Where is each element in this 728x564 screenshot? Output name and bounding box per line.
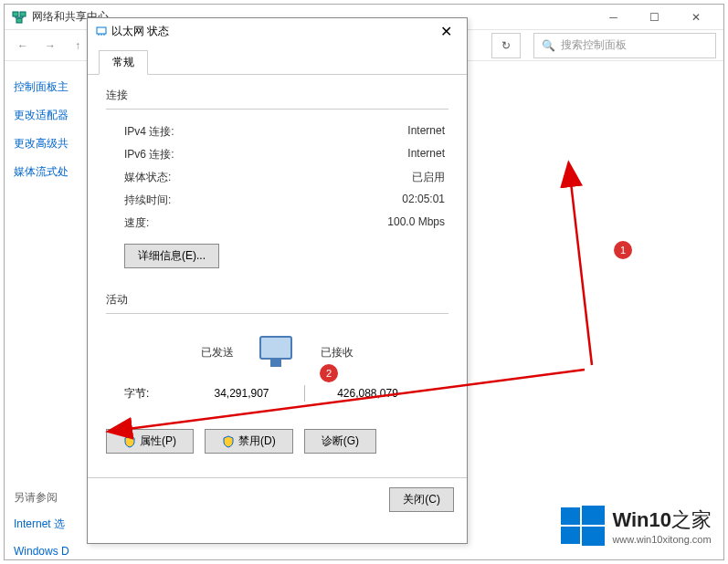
dialog-title: 以太网 状态 xyxy=(108,24,432,39)
watermark-title: Win10之家 xyxy=(612,507,712,534)
sidebar-link-internet-options[interactable]: Internet 选 xyxy=(14,517,89,532)
sidebar-link-change-adapter[interactable]: 更改适配器 xyxy=(14,108,89,123)
svg-rect-4 xyxy=(97,27,106,34)
shield-icon xyxy=(123,435,136,448)
bytes-received-value: 426,088,079 xyxy=(305,387,430,400)
network-activity-icon xyxy=(250,332,305,372)
watermark: Win10之家 www.win10xitong.com xyxy=(561,504,712,548)
watermark-url: www.win10xitong.com xyxy=(612,534,712,545)
properties-button-label: 属性(P) xyxy=(140,433,176,449)
ipv6-label: IPv6 连接: xyxy=(124,147,174,162)
svg-rect-8 xyxy=(582,506,605,525)
annotation-badge-2: 2 xyxy=(320,364,338,382)
bytes-sent-value: 34,291,907 xyxy=(179,387,304,400)
close-button[interactable]: ✕ xyxy=(675,5,716,29)
annotation-badge-1: 1 xyxy=(614,241,632,259)
close-dialog-button[interactable]: 关闭(C) xyxy=(389,487,454,512)
dialog-close-button[interactable]: ✕ xyxy=(432,20,459,42)
forward-button[interactable]: → xyxy=(39,35,61,57)
duration-label: 持续时间: xyxy=(124,193,171,208)
divider xyxy=(106,109,448,110)
sidebar-link-windows-defender[interactable]: Windows D xyxy=(14,545,89,558)
connection-section-heading: 连接 xyxy=(106,88,448,103)
svg-rect-1 xyxy=(20,12,26,16)
ipv4-value: Internet xyxy=(407,124,445,140)
dialog-ethernet-icon xyxy=(95,25,108,37)
windows-logo-icon xyxy=(561,504,605,548)
refresh-button[interactable]: ↻ xyxy=(491,33,521,58)
see-also-heading: 另请参阅 xyxy=(14,490,89,506)
speed-label: 速度: xyxy=(124,215,149,231)
svg-rect-2 xyxy=(16,18,22,23)
tab-strip: 常规 xyxy=(88,44,467,75)
search-input[interactable]: 🔍 搜索控制面板 xyxy=(533,33,716,58)
shield-icon xyxy=(222,435,235,448)
minimize-button[interactable]: ─ xyxy=(593,5,634,29)
svg-rect-0 xyxy=(13,12,18,16)
disable-button-label: 禁用(D) xyxy=(238,433,276,449)
svg-rect-7 xyxy=(561,507,580,525)
bytes-label: 字节: xyxy=(124,386,179,402)
back-button[interactable]: ← xyxy=(12,35,34,57)
received-label: 已接收 xyxy=(321,345,430,360)
disable-button[interactable]: 禁用(D) xyxy=(205,429,293,454)
ipv6-value: Internet xyxy=(407,147,445,162)
sidebar-link-change-advanced[interactable]: 更改高级共 xyxy=(14,136,89,151)
search-placeholder: 搜索控制面板 xyxy=(561,37,627,53)
sidebar-link-control-panel-home[interactable]: 控制面板主 xyxy=(14,79,89,95)
divider xyxy=(106,313,448,314)
sent-label: 已发送 xyxy=(124,345,234,360)
properties-button[interactable]: 属性(P) xyxy=(106,429,194,454)
ipv4-label: IPv4 连接: xyxy=(124,124,174,140)
tab-general[interactable]: 常规 xyxy=(99,50,148,75)
sidebar-link-media-streaming[interactable]: 媒体流式处 xyxy=(14,164,89,180)
search-icon: 🔍 xyxy=(542,39,555,52)
details-button[interactable]: 详细信息(E)... xyxy=(124,244,219,268)
up-button[interactable]: ↑ xyxy=(67,35,89,57)
sidebar: 控制面板主 更改适配器 更改高级共 媒体流式处 另请参阅 Internet 选 … xyxy=(5,61,89,559)
svg-rect-9 xyxy=(561,527,580,544)
ethernet-status-dialog: 以太网 状态 ✕ 常规 连接 IPv4 连接:Internet IPv6 连接:… xyxy=(87,17,468,544)
dialog-titlebar: 以太网 状态 ✕ xyxy=(88,18,467,44)
diagnose-button[interactable]: 诊断(G) xyxy=(304,429,376,454)
duration-value: 02:05:01 xyxy=(402,193,445,208)
network-center-icon xyxy=(12,10,26,25)
activity-section-heading: 活动 xyxy=(106,292,448,308)
media-state-label: 媒体状态: xyxy=(124,170,171,185)
maximize-button[interactable]: ☐ xyxy=(634,5,675,29)
media-state-value: 已启用 xyxy=(412,170,445,185)
speed-value: 100.0 Mbps xyxy=(387,215,445,231)
svg-rect-10 xyxy=(582,527,605,546)
